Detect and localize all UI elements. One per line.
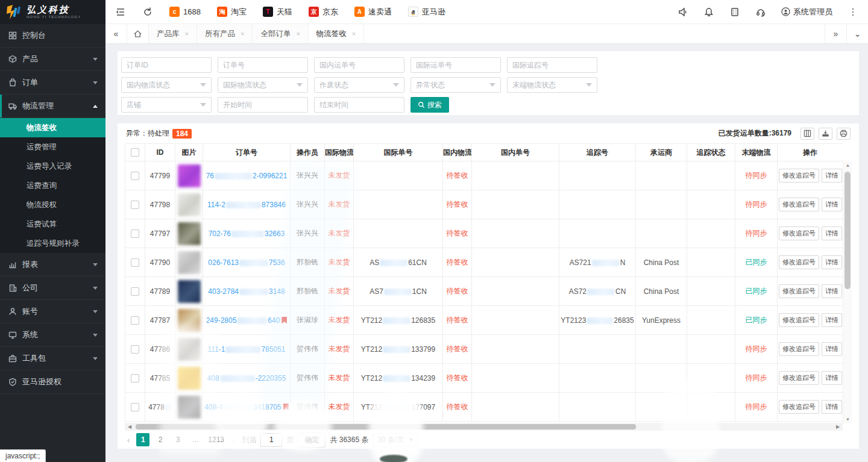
scroll-down-icon[interactable]: ▼ [843, 415, 852, 423]
scroll-left-icon[interactable]: ◀ [125, 423, 134, 431]
order-number-link[interactable]: 408-43418705 [204, 403, 281, 411]
product-thumbnail[interactable] [178, 193, 201, 216]
detail-button[interactable]: 详情 [822, 371, 842, 385]
confirm-page-button[interactable]: 确定 [298, 432, 326, 448]
sidebar-item-dashboard[interactable]: 控制台 [0, 24, 105, 48]
notification-bell-icon[interactable] [703, 7, 714, 17]
modify-tracking-button[interactable]: 修改追踪号 [779, 342, 819, 356]
filter-select-3[interactable]: 异常状态 [410, 77, 501, 93]
vertical-scrollbar[interactable]: ▲ ▼ [843, 161, 852, 423]
product-thumbnail[interactable] [178, 251, 201, 274]
order-number-link[interactable]: 114-2873846 [207, 201, 286, 209]
filter-select-shop[interactable]: 店铺 [121, 97, 212, 113]
order-number-link[interactable]: 249-2805640 [206, 316, 280, 325]
marketplace-link-1688[interactable]: c1688 [169, 7, 201, 17]
headset-icon[interactable] [755, 7, 766, 17]
filter-select-1[interactable]: 国际物流状态 [218, 77, 308, 93]
filter-input-2[interactable] [314, 57, 404, 73]
column-settings-icon[interactable] [800, 128, 814, 140]
row-checkbox[interactable] [131, 258, 139, 267]
modify-tracking-button[interactable]: 修改追踪号 [779, 371, 819, 385]
row-checkbox[interactable] [131, 374, 139, 382]
more-options-icon[interactable] [848, 7, 858, 17]
calculator-icon[interactable] [729, 7, 740, 17]
row-checkbox[interactable] [131, 229, 139, 238]
close-icon[interactable]: × [352, 30, 356, 37]
close-icon[interactable]: × [241, 30, 244, 37]
sidebar-item-order[interactable]: 订单 [0, 71, 105, 95]
sidebar-item-logistics[interactable]: 物流管理 [0, 95, 105, 118]
filter-input-3[interactable] [410, 57, 501, 73]
row-checkbox[interactable] [131, 201, 139, 209]
select-all-checkbox[interactable] [131, 148, 139, 157]
collapse-sidebar-icon[interactable] [115, 7, 126, 17]
order-number-link[interactable]: 408-2220355 [207, 374, 286, 382]
sidebar-subitem-tracking-rule-supplement[interactable]: 追踪号规则补录 [0, 234, 105, 253]
page-button-1213[interactable]: 1213 [206, 433, 226, 446]
tabs-menu-icon[interactable]: ⌄ [846, 24, 868, 43]
detail-button[interactable]: 详情 [822, 255, 842, 269]
row-checkbox[interactable] [131, 316, 139, 325]
sidebar-item-toolkit[interactable]: 工具包 [0, 347, 105, 370]
modify-tracking-button[interactable]: 修改追踪号 [779, 255, 819, 269]
sidebar-item-system[interactable]: 系统 [0, 323, 105, 347]
user-menu[interactable]: 系统管理员 [781, 7, 832, 17]
order-number-link[interactable]: 762-0996221 [206, 172, 288, 180]
horizontal-scroll-thumb[interactable] [136, 424, 636, 429]
announcement-icon[interactable] [678, 7, 688, 17]
refresh-icon[interactable] [142, 7, 153, 17]
horizontal-scrollbar[interactable]: ◀ ▶ [125, 423, 843, 431]
product-thumbnail[interactable] [178, 338, 201, 361]
tab-all-orders[interactable]: 全部订单× [253, 24, 308, 43]
order-number-link[interactable]: 702-7632663 [209, 229, 285, 238]
modify-tracking-button[interactable]: 修改追踪号 [779, 198, 819, 211]
print-icon[interactable] [837, 128, 851, 140]
order-number-link[interactable]: 403-27843148 [208, 287, 285, 296]
product-thumbnail[interactable] [178, 309, 201, 332]
detail-button[interactable]: 详情 [822, 313, 842, 327]
sidebar-item-report[interactable]: 报表 [0, 253, 105, 276]
filter-select-2[interactable]: 作废状态 [314, 77, 404, 93]
sidebar-item-company[interactable]: 公司 [0, 276, 105, 300]
modify-tracking-button[interactable]: 修改追踪号 [779, 226, 819, 240]
filter-select-4[interactable]: 末端物流状态 [507, 77, 597, 93]
sidebar-subitem-freight-query[interactable]: 运费查询 [0, 176, 105, 195]
product-thumbnail[interactable] [178, 164, 201, 187]
marketplace-link-aliexpress[interactable]: A速卖通 [354, 7, 392, 17]
export-icon[interactable] [819, 128, 832, 140]
detail-button[interactable]: 详情 [822, 400, 842, 414]
end-time-input[interactable] [314, 97, 404, 113]
sidebar-item-amazon-auth[interactable]: 亚马逊授权 [0, 370, 105, 394]
detail-button[interactable]: 详情 [822, 198, 842, 211]
vertical-scroll-thumb[interactable] [844, 172, 851, 289]
sidebar-subitem-freight-management[interactable]: 运费管理 [0, 137, 105, 157]
product-thumbnail[interactable] [178, 280, 201, 303]
page-size-select[interactable]: 30 条/页 ▼ [373, 433, 418, 447]
marketplace-link-taobao[interactable]: 淘淘宝 [217, 7, 247, 17]
row-checkbox[interactable] [131, 287, 139, 296]
filter-input-0[interactable] [121, 57, 212, 73]
page-button-3[interactable]: 3 [171, 433, 184, 446]
detail-button[interactable]: 详情 [822, 342, 842, 356]
modify-tracking-button[interactable]: 修改追踪号 [779, 169, 819, 183]
start-time-input[interactable] [218, 97, 308, 113]
marketplace-link-tmall[interactable]: T天猫 [263, 7, 292, 17]
product-thumbnail[interactable] [178, 222, 201, 245]
product-thumbnail[interactable] [178, 367, 201, 390]
page-button-2[interactable]: 2 [154, 433, 167, 446]
row-checkbox[interactable] [131, 172, 139, 180]
tab-all-products[interactable]: 所有产品× [197, 24, 253, 43]
sidebar-item-product[interactable]: 产品 [0, 48, 105, 71]
close-icon[interactable]: × [185, 30, 189, 37]
detail-button[interactable]: 详情 [822, 284, 842, 298]
modify-tracking-button[interactable]: 修改追踪号 [779, 313, 819, 327]
filter-input-4[interactable] [507, 57, 597, 73]
sidebar-subitem-freight-trial[interactable]: 运费试算 [0, 214, 105, 234]
sidebar-subitem-logistics-auth[interactable]: 物流授权 [0, 195, 105, 214]
sidebar-item-account[interactable]: 账号 [0, 300, 105, 323]
filter-select-0[interactable]: 国内物流状态 [121, 77, 212, 93]
next-page-button[interactable]: › [230, 435, 237, 445]
filter-input-1[interactable] [218, 57, 308, 73]
sidebar-subitem-logistics-receipt[interactable]: 物流签收 [0, 118, 105, 137]
search-button[interactable]: 搜索 [410, 97, 449, 113]
